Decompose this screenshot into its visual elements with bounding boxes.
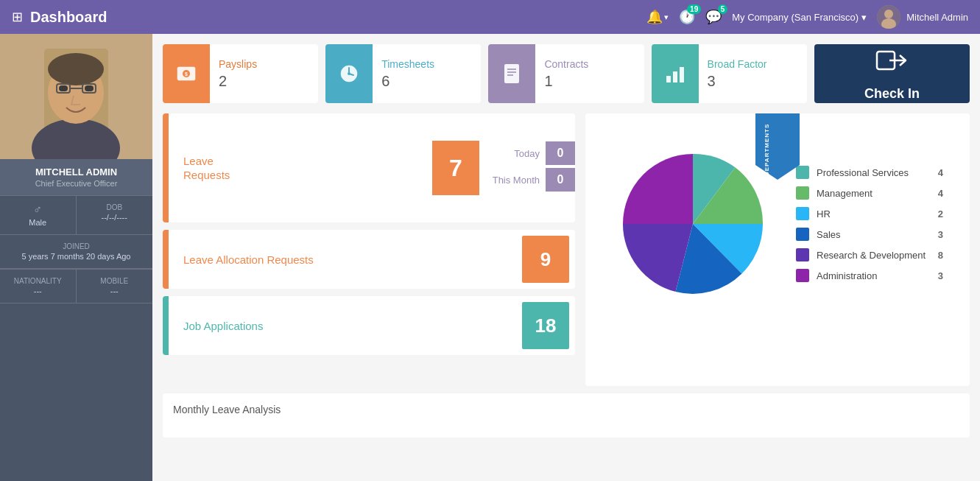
alloc-body: Leave Allocation Requests <box>169 245 522 275</box>
leave-count: 7 <box>432 141 479 195</box>
timesheets-icon-bg <box>325 44 373 103</box>
timesheets-value: 6 <box>381 73 434 90</box>
svg-text:DEPARTMENTS: DEPARTMENTS <box>764 124 770 176</box>
left-panel: LeaveRequests 7 Today 0 This Month 0 <box>163 113 575 386</box>
payslips-label: Payslips <box>219 58 257 70</box>
nationality-mobile-row: Nationality --- Mobile --- <box>0 269 152 303</box>
top-navigation: ⊞ Dashboard 🔔 ▾ 🕐 19 💬 5 My Company (San… <box>0 0 980 34</box>
payslips-icon-bg: $ <box>163 44 210 103</box>
mobile-label: Mobile <box>82 277 147 285</box>
main-layout: MITCHELL ADMIN Chief Executive Officer ♂… <box>0 34 980 481</box>
leave-requests-body: LeaveRequests <box>169 142 432 194</box>
legend-color-rd <box>796 248 809 261</box>
legend-value-sales: 3 <box>938 229 943 240</box>
clock-badge: 19 <box>687 4 701 14</box>
svg-rect-27 <box>666 76 671 82</box>
legend-value-rd: 8 <box>938 250 943 261</box>
dob-label: DOB <box>82 203 147 211</box>
grid-icon[interactable]: ⊞ <box>12 9 23 25</box>
legend-color-management <box>796 186 809 200</box>
nationality-label: Nationality <box>6 277 70 285</box>
legend-color-sales <box>796 228 809 241</box>
company-selector[interactable]: My Company (San Francisco) ▾ <box>732 12 867 23</box>
legend-label-hr: HR <box>817 208 931 220</box>
timesheets-body: Timesheets 6 <box>373 52 443 96</box>
check-in-icon <box>873 46 910 82</box>
this-month-label: This Month <box>487 175 546 186</box>
joined-section: Joined 5 years 7 months 20 days Ago <box>0 235 152 269</box>
svg-rect-28 <box>673 71 677 82</box>
job-applications-card[interactable]: Job Applications 18 <box>163 296 575 355</box>
this-month-value: 0 <box>546 168 575 192</box>
dob-value: --/--/---- <box>82 213 147 222</box>
timesheets-card[interactable]: Timesheets 6 <box>325 44 481 103</box>
app-title: Dashboard <box>30 9 107 26</box>
broad-factor-label: Broad Factor <box>708 58 767 70</box>
monthly-leave-section: Monthly Leave Analysis <box>163 393 970 438</box>
contracts-body: Contracts 1 <box>535 52 597 96</box>
svg-point-22 <box>348 72 350 75</box>
nationality-value: --- <box>6 287 70 295</box>
joined-value: 5 years 7 months 20 days Ago <box>9 252 144 261</box>
job-body: Job Applications <box>169 311 522 341</box>
contracts-icon-bg <box>488 44 535 103</box>
sidebar-job-title: Chief Executive Officer <box>9 179 144 188</box>
job-bar <box>163 296 169 355</box>
clock-button[interactable]: 🕐 19 <box>679 9 695 25</box>
topnav-right: 🔔 ▾ 🕐 19 💬 5 My Company (San Francisco) … <box>646 5 968 29</box>
sidebar-user-info: MITCHELL ADMIN Chief Executive Officer <box>0 159 152 195</box>
main-content: $ Payslips 2 <box>152 34 980 481</box>
timesheets-label: Timesheets <box>381 58 434 70</box>
legend-label-sales: Sales <box>817 229 931 240</box>
legend-color-admin <box>796 269 809 282</box>
legend-value-professional: 4 <box>938 167 943 178</box>
chevron-down-icon: ▾ <box>861 12 867 23</box>
payslips-value: 2 <box>219 73 257 90</box>
user-menu[interactable]: Mitchell Admin <box>877 5 968 29</box>
username: Mitchell Admin <box>906 12 968 23</box>
svg-marker-32 <box>755 113 800 180</box>
sidebar-username: MITCHELL ADMIN <box>9 166 144 178</box>
payslips-card[interactable]: $ Payslips 2 <box>163 44 318 103</box>
legend-item-admin: Administration 3 <box>796 269 943 282</box>
bottom-section: LeaveRequests 7 Today 0 This Month 0 <box>163 113 970 386</box>
stat-cards-row: $ Payslips 2 <box>163 44 970 103</box>
job-value: 18 <box>522 302 569 349</box>
chat-button[interactable]: 💬 5 <box>705 9 722 25</box>
pie-chart <box>612 143 774 305</box>
this-month-row: This Month 0 <box>487 168 575 192</box>
bell-button[interactable]: 🔔 ▾ <box>646 9 669 25</box>
leave-requests-card[interactable]: LeaveRequests 7 Today 0 This Month 0 <box>163 113 575 222</box>
sidebar: MITCHELL ADMIN Chief Executive Officer ♂… <box>0 34 152 481</box>
company-name: My Company (San Francisco) <box>732 12 859 23</box>
alloc-value: 9 <box>522 236 569 283</box>
joined-label: Joined <box>9 242 144 250</box>
broad-factor-body: Broad Factor 3 <box>699 52 776 96</box>
user-avatar <box>877 5 900 29</box>
legend-label-admin: Administration <box>817 270 931 281</box>
broad-factor-card[interactable]: Broad Factor 3 <box>652 44 807 103</box>
broad-factor-value: 3 <box>708 73 767 90</box>
mobile-cell: Mobile --- <box>77 270 153 303</box>
check-in-label: Check In <box>864 86 920 102</box>
svg-rect-29 <box>680 67 684 82</box>
legend-value-hr: 2 <box>938 208 943 220</box>
monthly-leave-title: Monthly Leave Analysis <box>173 404 959 415</box>
legend-color-hr <box>796 207 809 220</box>
check-in-card[interactable]: Check In <box>814 44 970 103</box>
gender-dob-row: ♂ Male DOB --/--/---- <box>0 195 152 235</box>
svg-rect-9 <box>59 85 68 91</box>
contracts-card[interactable]: Contracts 1 <box>488 44 644 103</box>
nationality-cell: Nationality --- <box>0 270 77 303</box>
contracts-value: 1 <box>544 73 588 90</box>
broad-factor-icon-bg <box>652 44 699 103</box>
chat-badge: 5 <box>718 4 728 14</box>
legend-label-professional: Professional Services <box>817 167 931 178</box>
legend-label-rd: Research & Development <box>817 250 931 261</box>
leave-requests-bar <box>163 113 169 222</box>
mobile-value: --- <box>82 287 147 295</box>
legend-item-sales: Sales 3 <box>796 228 943 241</box>
alloc-bar <box>163 230 169 289</box>
leave-allocation-card[interactable]: Leave Allocation Requests 9 <box>163 230 575 289</box>
gender-cell: ♂ Male <box>0 196 77 235</box>
